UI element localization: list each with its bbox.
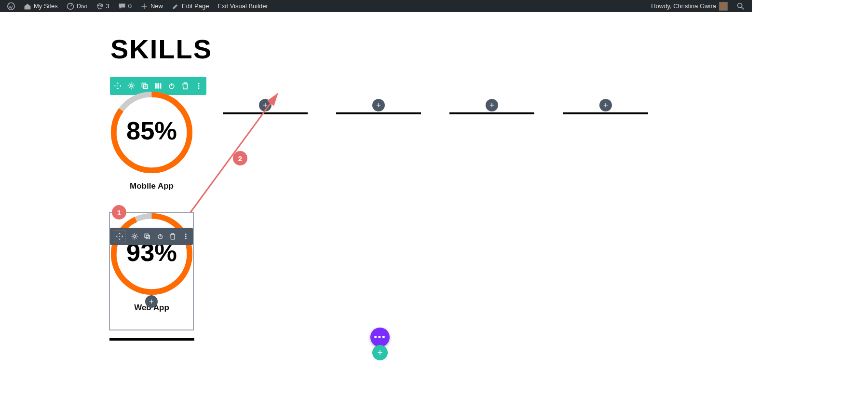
svg-point-17 xyxy=(134,235,136,237)
svg-point-23 xyxy=(185,238,186,239)
add-module-button[interactable] xyxy=(259,99,271,111)
svg-point-3 xyxy=(130,85,133,87)
plus-icon xyxy=(149,299,154,304)
site-menu[interactable]: Divi xyxy=(62,0,92,12)
power-icon[interactable] xyxy=(168,82,176,90)
column-divider xyxy=(449,112,534,114)
add-section-button[interactable] xyxy=(372,345,388,360)
wp-admin-bar: My Sites Divi 3 0 New Edit Page Exit Vis… xyxy=(0,0,752,12)
updates-menu[interactable]: 3 xyxy=(92,0,114,12)
progress-circle: 93% xyxy=(109,212,194,296)
builder-fab: ••• xyxy=(370,328,390,347)
svg-point-0 xyxy=(8,2,14,9)
row-divider xyxy=(109,338,194,341)
column-divider xyxy=(336,112,421,114)
circle-module-mobile[interactable]: 85% Mobile App xyxy=(109,90,194,191)
empty-column-3[interactable] xyxy=(336,112,421,114)
svg-point-21 xyxy=(185,233,186,235)
svg-point-11 xyxy=(198,85,199,86)
my-sites-menu[interactable]: My Sites xyxy=(19,0,62,12)
comments-count: 0 xyxy=(128,2,132,10)
plus-icon xyxy=(140,2,148,10)
expand-settings-button[interactable]: ••• xyxy=(370,328,390,347)
comment-icon xyxy=(118,2,126,10)
add-module-button[interactable] xyxy=(486,99,498,111)
power-icon[interactable] xyxy=(157,233,163,240)
wp-logo[interactable] xyxy=(3,0,19,12)
more-icon[interactable] xyxy=(182,233,189,240)
gear-icon[interactable] xyxy=(127,82,135,90)
svg-point-2 xyxy=(738,3,742,7)
svg-rect-19 xyxy=(146,235,149,239)
comments-menu[interactable]: 0 xyxy=(114,0,136,12)
section-heading: SKILLS xyxy=(110,33,212,65)
svg-line-24 xyxy=(190,94,277,212)
column-divider xyxy=(223,112,308,114)
empty-column-5[interactable] xyxy=(563,112,648,114)
edit-page-label: Edit Page xyxy=(182,2,209,10)
plus-icon xyxy=(262,102,268,108)
my-sites-label: My Sites xyxy=(34,2,58,10)
duplicate-icon[interactable] xyxy=(144,233,150,240)
move-icon[interactable] xyxy=(114,82,122,90)
edit-page-menu[interactable]: Edit Page xyxy=(167,0,213,12)
avatar xyxy=(719,2,728,11)
module-toolbar xyxy=(110,228,193,245)
svg-point-22 xyxy=(185,236,186,237)
updates-count: 3 xyxy=(106,2,109,10)
admin-search[interactable] xyxy=(732,0,749,12)
plus-icon xyxy=(489,102,495,108)
add-module-button[interactable] xyxy=(145,295,158,308)
pencil-icon xyxy=(172,2,179,10)
search-icon xyxy=(736,2,745,11)
user-menu[interactable]: Howdy, Christina Gwira xyxy=(647,0,732,12)
svg-rect-18 xyxy=(145,234,149,237)
svg-point-10 xyxy=(198,83,199,84)
progress-circle: 85% xyxy=(109,90,194,175)
dashboard-icon xyxy=(67,2,74,10)
trash-icon[interactable] xyxy=(169,233,176,240)
trash-icon[interactable] xyxy=(181,82,189,90)
new-label: New xyxy=(150,2,163,10)
site-name-label: Divi xyxy=(77,2,87,10)
exit-vb-menu[interactable]: Exit Visual Builder xyxy=(213,0,272,12)
wordpress-icon xyxy=(7,2,15,10)
plus-icon xyxy=(377,349,383,356)
new-menu[interactable]: New xyxy=(136,0,167,12)
module-label: Mobile App xyxy=(109,181,194,191)
plus-icon xyxy=(603,102,609,108)
column-divider xyxy=(563,112,648,114)
exit-vb-label: Exit Visual Builder xyxy=(217,2,268,10)
annotation-badge-2: 2 xyxy=(233,151,247,165)
svg-rect-6 xyxy=(155,83,157,88)
columns-icon[interactable] xyxy=(154,82,162,90)
refresh-icon xyxy=(96,2,104,10)
svg-rect-8 xyxy=(160,83,161,88)
svg-rect-7 xyxy=(157,83,159,88)
duplicate-icon[interactable] xyxy=(141,82,149,90)
move-icon[interactable] xyxy=(116,233,123,240)
plus-icon xyxy=(376,102,381,108)
percent-text: 85% xyxy=(126,116,177,145)
add-module-button[interactable] xyxy=(599,99,612,111)
empty-column-2[interactable] xyxy=(223,112,308,114)
gear-icon[interactable] xyxy=(131,233,138,240)
page-canvas: SKILLS 85% Mobile App 93% Web App xyxy=(0,12,868,412)
annotation-badge-1: 1 xyxy=(112,205,126,220)
more-icon[interactable] xyxy=(195,82,203,90)
svg-point-12 xyxy=(198,87,199,89)
home-icon xyxy=(24,2,31,10)
add-module-button[interactable] xyxy=(372,99,385,111)
howdy-label: Howdy, Christina Gwira xyxy=(651,2,716,10)
empty-column-4[interactable] xyxy=(449,112,534,114)
